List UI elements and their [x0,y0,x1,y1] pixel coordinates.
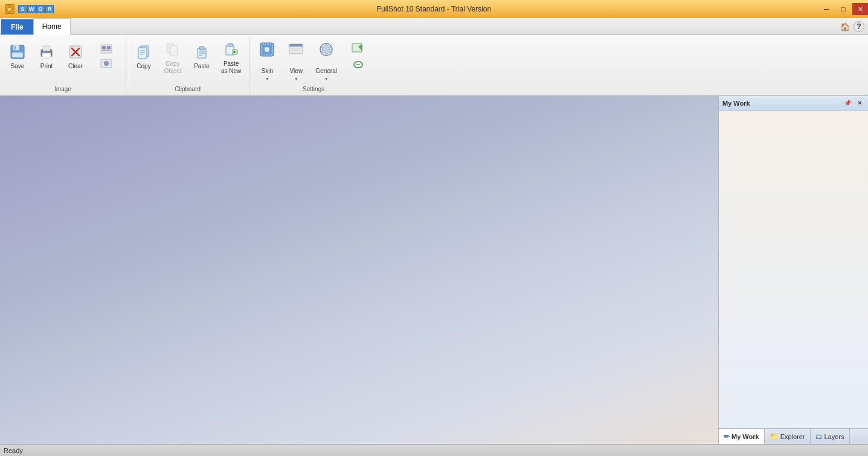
status-bar: Ready [0,444,868,456]
help-qat-button[interactable]: ? [854,21,864,32]
my-work-tab-icon: ✏ [724,432,730,441]
pin-button[interactable]: 📌 [843,98,852,108]
view-label: View ▼ [290,60,303,82]
view-icon [286,40,306,59]
ribbon-group-settings: Skin ▼ View ▼ [249,36,378,94]
settings-group-label: Settings [303,85,324,94]
svg-text:F: F [8,7,11,11]
copy-object-button[interactable]: Copy Object [159,37,187,77]
paste-icon [192,42,211,62]
home-tab[interactable]: Home [33,18,71,35]
app-icon: F [5,4,14,14]
paste-button[interactable]: Paste [188,37,216,75]
general-dropdown-arrow: ▼ [324,77,329,81]
clipboard-buttons: Copy Copy Object [130,37,245,85]
image-small-buttons [91,37,122,75]
explorer-tab-icon: 📁 [770,432,779,441]
my-work-content [719,111,868,428]
copy-object-label: Copy Object [164,60,182,75]
window-controls: ─ □ ✕ [818,3,868,15]
general-button[interactable]: General ▼ [311,37,341,85]
main-area: My Work 📌 ✕ ✏ My Work 📁 Explorer 🗂 Layer… [0,96,868,444]
image-buttons: Save Print [4,37,122,85]
copy-icon [134,42,153,62]
skin-label: Skin ▼ [262,60,273,82]
svg-rect-4 [14,46,16,50]
my-work-tab-label: My Work [731,433,759,440]
paste-as-new-icon [222,40,241,59]
close-button[interactable]: ✕ [852,3,868,15]
minimize-button[interactable]: ─ [818,3,834,15]
ribbon-group-clipboard: Copy Copy Object [126,36,249,94]
layers-tab[interactable]: 🗂 Layers [811,429,850,444]
menu-bar: File Home 🏠 ? [0,18,868,35]
close-panel-button[interactable]: ✕ [855,98,864,108]
skin-icon [257,40,277,59]
save-icon [8,42,27,62]
my-work-title: My Work [722,100,750,107]
print-button[interactable]: Print [33,37,60,75]
svg-point-18 [104,61,109,66]
my-work-panel-header: My Work 📌 ✕ [719,96,868,111]
trial-letter-r: R [45,5,54,13]
svg-rect-25 [170,46,178,56]
save-button[interactable]: Save [4,37,31,75]
view-dropdown-arrow: ▼ [294,77,298,81]
copy-object-icon [163,40,182,59]
svg-rect-9 [43,51,45,53]
print-icon [37,42,56,62]
paste-as-new-label: Paste as New [221,60,241,75]
save-label: Save [11,63,25,70]
print-label: Print [40,63,53,70]
my-work-panel: My Work 📌 ✕ ✏ My Work 📁 Explorer 🗂 Layer… [718,96,868,444]
svg-rect-7 [43,46,50,51]
clear-label: Clear [68,63,83,70]
image-extra-btn2[interactable] [91,57,122,70]
paste-label: Paste [194,63,210,70]
ribbon-group-image: Save Print [0,36,126,94]
svg-rect-32 [228,43,233,47]
svg-rect-20 [138,48,147,59]
paste-as-new-button[interactable]: Paste as New [217,37,245,77]
trial-badge: S W O R [18,5,54,13]
panel-header-controls: 📌 ✕ [843,98,864,108]
view-button[interactable]: View ▼ [282,37,310,85]
canvas-area [0,96,718,444]
trial-letter-w: W [27,5,36,13]
svg-rect-40 [289,44,303,47]
my-work-tab[interactable]: ✏ My Work [719,429,765,444]
title-bar: F FullShot 10 Standard - Trial Version S… [0,0,868,18]
my-work-tabs: ✏ My Work 📁 Explorer 🗂 Layers [719,428,868,444]
ribbon: Save Print [0,35,868,96]
svg-rect-15 [107,46,111,49]
svg-rect-27 [199,47,204,50]
clipboard-group-label: Clipboard [175,85,201,94]
layers-tab-icon: 🗂 [815,432,823,441]
skin-dropdown-arrow: ▼ [265,77,269,81]
capture-button[interactable] [342,40,374,56]
svg-rect-5 [12,53,23,57]
general-label: General ▼ [315,60,337,82]
file-menu[interactable]: File [1,19,33,34]
trial-letter-s: S [18,5,27,13]
window-title: FullShot 10 Standard - Trial Version [377,5,491,13]
svg-rect-14 [102,46,106,49]
layers-tab-label: Layers [825,433,844,440]
explorer-tab-label: Explorer [780,433,805,440]
image-extra-btn1[interactable] [91,42,122,56]
copy-button[interactable]: Copy [130,37,158,75]
explorer-tab[interactable]: 📁 Explorer [765,429,811,444]
maximize-button[interactable]: □ [835,3,851,15]
trial-letter-o: O [36,5,45,13]
status-text: Ready [4,447,23,454]
svg-rect-8 [42,53,51,58]
quick-access-toolbar: 🏠 ? [839,21,864,33]
copy-label: Copy [137,63,150,70]
clear-button[interactable]: Clear [62,37,89,75]
home-qat-button[interactable]: 🏠 [839,21,851,33]
clear-icon [66,42,85,62]
link-button[interactable] [342,57,374,72]
svg-rect-16 [102,50,111,51]
skin-button[interactable]: Skin ▼ [253,37,281,85]
settings-buttons: Skin ▼ View ▼ [253,37,374,85]
